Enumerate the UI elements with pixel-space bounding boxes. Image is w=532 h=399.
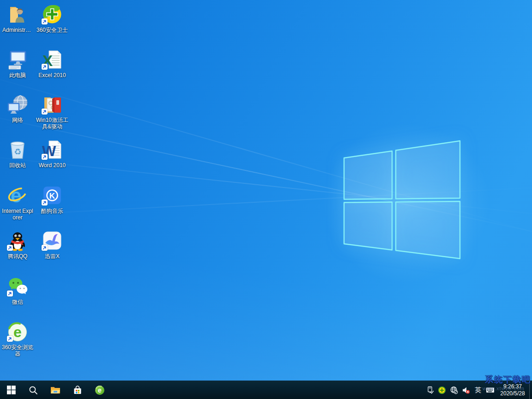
- qq-penguin-icon: [7, 230, 28, 251]
- shortcut-arrow-icon: [7, 245, 13, 251]
- icon-label: Excel 2010: [38, 72, 66, 79]
- icon-label: 腾讯QQ: [8, 253, 28, 260]
- shortcut-arrow-icon: [42, 154, 48, 160]
- 360-safety-tray-icon: [438, 386, 446, 394]
- icon-label: 360安全浏览器: [0, 344, 35, 357]
- search-button[interactable]: [22, 381, 44, 399]
- icon-label: Internet Explorer: [0, 208, 35, 221]
- desktop-icon-word-2010[interactable]: W Word 2010: [35, 139, 69, 169]
- thunder-bird-icon: [42, 230, 63, 251]
- 360-browser-taskbar-button[interactable]: e: [89, 381, 111, 399]
- taskbar: e: [0, 381, 532, 399]
- network-globe-icon: [7, 94, 28, 115]
- search-icon: [29, 386, 38, 395]
- desktop-icon-this-pc[interactable]: 此电脑: [0, 49, 35, 79]
- shortcut-arrow-icon: [42, 109, 48, 115]
- desktop-icon-wechat[interactable]: 微信: [0, 276, 35, 305]
- volume-muted-button[interactable]: [460, 381, 472, 399]
- 360-safety-guard-icon: [42, 4, 63, 25]
- svg-text:K: K: [49, 192, 55, 200]
- start-button[interactable]: [0, 381, 22, 399]
- system-tray: 英 9:26:37 2020/5/28: [424, 381, 532, 399]
- icon-label: 微信: [12, 299, 23, 305]
- shortcut-arrow-icon: [42, 200, 48, 206]
- taskbar-clock[interactable]: 9:26:37 2020/5/28: [496, 383, 529, 397]
- language-indicator-button[interactable]: 英: [472, 381, 484, 399]
- desktop-icon-win10-activation-tools[interactable]: Win10激活工具&驱动: [35, 94, 69, 130]
- show-desktop-button[interactable]: [529, 381, 532, 399]
- icon-label: 迅雷X: [45, 253, 60, 260]
- recycle-bin-icon: ♻: [7, 139, 28, 160]
- clock-date: 2020/5/28: [497, 390, 528, 397]
- 360-safety-tray-button[interactable]: [436, 381, 448, 399]
- shortcut-arrow-icon: [42, 64, 48, 70]
- desktop-icon-kugou-music[interactable]: K 酷狗音乐: [35, 185, 69, 214]
- word-icon: W: [42, 139, 63, 160]
- desktop-icon-excel-2010[interactable]: X Excel 2010: [35, 49, 69, 79]
- 360-browser-icon: e: [94, 385, 105, 396]
- touch-keyboard-icon: [486, 386, 495, 394]
- user-folder-icon: [7, 4, 28, 25]
- icon-label: 回收站: [9, 162, 26, 169]
- desktop-icon-administrator[interactable]: Administrator: [0, 4, 35, 33]
- shortcut-arrow-icon: [42, 245, 48, 251]
- svg-text:♻: ♻: [14, 147, 21, 157]
- 360-browser-icon: e: [7, 321, 28, 342]
- windows-logo: [342, 139, 462, 262]
- usb-safely-remove-button[interactable]: [424, 381, 436, 399]
- internet-explorer-icon: e: [7, 185, 28, 206]
- taskbar-left-group: e: [0, 381, 111, 399]
- desktop-icon-360-safety-guard[interactable]: 360安全卫士: [35, 4, 69, 33]
- svg-text:e: e: [13, 324, 22, 340]
- tools-folder-icon: [42, 94, 63, 115]
- ime-language-label: 英: [475, 386, 481, 394]
- wechat-bubbles-icon: [7, 276, 28, 297]
- desktop-icon-internet-explorer[interactable]: e Internet Explorer: [0, 185, 35, 221]
- desktop-icon-network[interactable]: 网络: [0, 94, 35, 123]
- shortcut-arrow-icon: [42, 18, 48, 24]
- desktop-icon-360-secure-browser[interactable]: e 360安全浏览器: [0, 321, 35, 357]
- network-disconnected-icon: [450, 386, 458, 394]
- touch-keyboard-button[interactable]: [484, 381, 496, 399]
- icon-label: 酷狗音乐: [41, 208, 63, 214]
- shortcut-arrow-icon: [7, 336, 13, 342]
- clock-time: 9:26:37: [497, 383, 528, 390]
- microsoft-store-button[interactable]: [66, 381, 89, 399]
- volume-muted-icon: [462, 386, 470, 394]
- icon-label: 此电脑: [9, 72, 26, 79]
- icon-label: Word 2010: [39, 162, 66, 169]
- usb-device-icon: [426, 386, 434, 394]
- excel-icon: X: [42, 49, 63, 70]
- desktop-icon-thunder-x[interactable]: 迅雷X: [35, 230, 69, 260]
- icon-label: Win10激活工具&驱动: [35, 117, 69, 130]
- desktop-icon-recycle-bin[interactable]: ♻ 回收站: [0, 139, 35, 169]
- file-explorer-button[interactable]: [44, 381, 66, 399]
- microsoft-store-icon: [72, 385, 83, 396]
- shortcut-arrow-icon: [7, 290, 13, 296]
- this-pc-icon: [7, 49, 28, 70]
- icon-label: Administrator: [2, 27, 33, 33]
- icon-label: 网络: [12, 117, 23, 123]
- svg-text:e: e: [98, 387, 102, 394]
- windows-10-desktop: Administrator 360安全卫士: [0, 0, 532, 399]
- network-disconnected-button[interactable]: [448, 381, 460, 399]
- kugou-music-icon: K: [42, 185, 63, 206]
- icon-label: 360安全卫士: [36, 27, 68, 33]
- desktop-icon-tencent-qq[interactable]: 腾讯QQ: [0, 230, 35, 260]
- windows-start-icon: [7, 386, 16, 394]
- file-explorer-icon: [50, 385, 61, 396]
